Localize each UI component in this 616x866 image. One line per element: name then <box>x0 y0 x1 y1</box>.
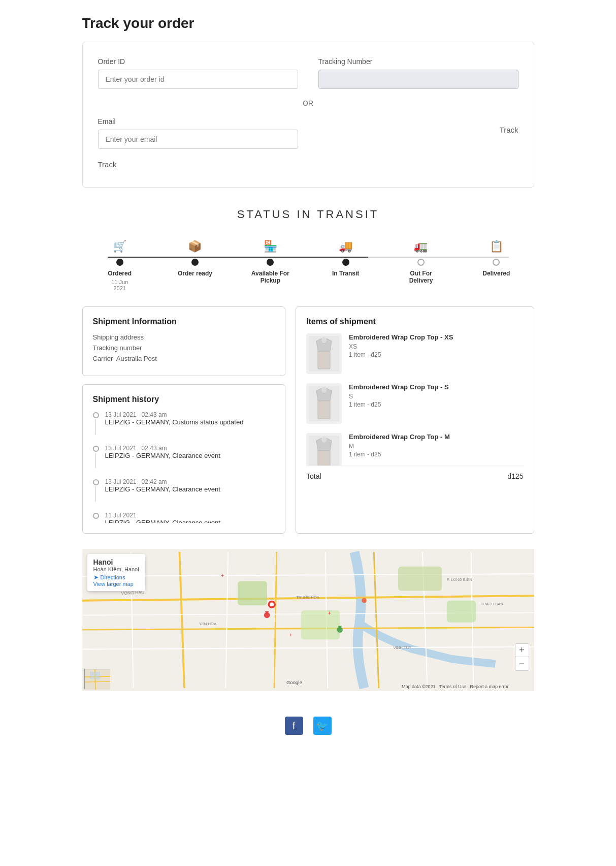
ordered-dot <box>116 259 123 266</box>
shipment-history-scroll[interactable]: 13 Jul 2021 02:43 am LEIPZIG - GERMANY, … <box>93 411 275 523</box>
tracking-number-info-label: Tracking number <box>93 344 275 352</box>
status-title: STATUS IN TRANSIT <box>82 208 534 221</box>
ordered-icon: 🛒 <box>107 236 133 257</box>
item-row: Embroidered Wrap Crop Top - M M 1 item -… <box>306 433 524 466</box>
map-zoom-out-button[interactable]: − <box>515 657 529 670</box>
map-svg: VONG HAU YEN HOA TRUNG HOA VINH TUY P. L… <box>82 549 534 691</box>
svg-text:P. LONG BIEN: P. LONG BIEN <box>446 577 472 582</box>
svg-text:+: + <box>328 610 331 616</box>
svg-rect-6 <box>318 401 330 419</box>
history-dot-col <box>93 478 99 502</box>
out-for-delivery-icon: 🚛 <box>408 236 434 257</box>
svg-point-7 <box>321 387 327 393</box>
history-dot-col <box>93 512 99 519</box>
ordered-date: 11 Jun2021 <box>111 279 128 291</box>
history-line <box>95 486 96 502</box>
map-zoom-in-button[interactable]: + <box>515 644 529 657</box>
svg-point-41 <box>362 598 367 603</box>
svg-rect-29 <box>398 567 442 591</box>
history-content: 13 Jul 2021 02:43 am LEIPZIG - GERMANY, … <box>105 411 275 426</box>
item-qty: 1 item - đ25 <box>349 451 524 458</box>
order-id-col: Order ID <box>98 57 298 89</box>
footer: f 🐦 <box>82 706 534 750</box>
svg-text:Google: Google <box>286 679 302 685</box>
carrier-value: Australia Post <box>116 355 157 362</box>
svg-rect-10 <box>318 451 330 466</box>
facebook-icon[interactable]: f <box>285 717 303 735</box>
svg-rect-2 <box>318 351 330 369</box>
track-button-left-row: Track <box>98 157 518 172</box>
ordered-label: Ordered <box>108 270 132 277</box>
svg-rect-27 <box>238 581 267 605</box>
twitter-icon[interactable]: 🐦 <box>313 717 332 735</box>
item-name: Embroidered Wrap Crop Top - M <box>349 433 524 441</box>
map-zoom-controls: + − <box>515 643 529 671</box>
history-date: 13 Jul 2021 02:43 am <box>105 411 275 418</box>
svg-text:YEN HOA: YEN HOA <box>199 622 216 626</box>
history-desc: LEIPZIG - GERMANY, Customs status update… <box>105 418 275 426</box>
order-id-input[interactable] <box>98 70 298 89</box>
history-item: 13 Jul 2021 02:43 am LEIPZIG - GERMANY, … <box>93 411 275 435</box>
timeline-bar: 🛒 Ordered 11 Jun2021 📦 Order ready 🏪 Ava… <box>82 236 534 291</box>
item-details: Embroidered Wrap Crop Top - M M 1 item -… <box>349 433 524 458</box>
item-row: Embroidered Wrap Crop Top - S S 1 item -… <box>306 383 524 424</box>
item-row: Embroidered Wrap Crop Top - XS XS 1 item… <box>306 333 524 374</box>
item-image <box>306 383 342 424</box>
history-item: 13 Jul 2021 02:42 am LEIPZIG - GERMANY, … <box>93 478 275 502</box>
email-col: Email <box>98 117 298 149</box>
map-sub: Hoàn Kiếm, Hanoi <box>93 566 139 573</box>
map-section: VONG HAU YEN HOA TRUNG HOA VINH TUY P. L… <box>82 549 534 691</box>
item-name: Embroidered Wrap Crop Top - XS <box>349 333 524 341</box>
svg-text:+: + <box>288 632 292 638</box>
history-date: 13 Jul 2021 02:43 am <box>105 445 275 452</box>
items-scroll[interactable]: Embroidered Wrap Crop Top - XS XS 1 item… <box>306 333 524 466</box>
status-section: STATUS IN TRANSIT 🛒 Ordered 11 Jun2021 📦… <box>82 208 534 534</box>
items-total-row: Total đ125 <box>306 466 524 480</box>
email-label: Email <box>98 117 298 126</box>
svg-rect-28 <box>301 610 340 639</box>
history-dot <box>93 513 99 519</box>
delivered-dot <box>493 259 500 266</box>
track-button-right[interactable]: Track <box>500 122 518 137</box>
tracking-number-input[interactable] <box>318 70 518 89</box>
timeline-step-order-ready: 📦 Order ready <box>157 236 233 277</box>
item-image <box>306 433 342 466</box>
order-ready-label: Order ready <box>178 270 212 277</box>
history-dot <box>93 412 99 418</box>
or-divider: OR <box>98 99 518 107</box>
right-col: Items of shipment <box>296 306 534 534</box>
item-qty: 1 item - đ25 <box>349 351 524 358</box>
order-ready-icon: 📦 <box>182 236 208 257</box>
item-image <box>306 333 342 374</box>
tracking-number-col: Tracking Number <box>318 57 518 89</box>
timeline-step-in-transit: 🚚 In Transit <box>308 236 383 277</box>
svg-point-11 <box>321 437 327 443</box>
facebook-label: f <box>293 720 296 732</box>
shipping-address-label: Shipping address <box>93 333 275 341</box>
history-date: 13 Jul 2021 02:42 am <box>105 478 275 485</box>
form-row-1: Order ID Tracking Number <box>98 57 518 89</box>
history-line <box>95 419 96 435</box>
directions-icon: ➤ <box>93 574 99 581</box>
history-content: 13 Jul 2021 02:42 am LEIPZIG - GERMANY, … <box>105 478 275 493</box>
history-desc: LEIPZIG - GERMANY, Clearance event <box>105 452 275 459</box>
track-button-right-col: Track <box>318 117 518 137</box>
track-button-left[interactable]: Track <box>98 157 117 172</box>
in-transit-dot <box>342 259 349 266</box>
carrier-label: Carrier <box>93 355 113 362</box>
svg-point-3 <box>321 337 327 343</box>
map-view-larger-link[interactable]: View larger map <box>93 581 139 587</box>
item-name: Embroidered Wrap Crop Top - S <box>349 383 524 391</box>
svg-line-51 <box>85 682 110 682</box>
email-input[interactable] <box>98 130 298 149</box>
svg-point-44 <box>270 603 274 607</box>
pickup-icon: 🏪 <box>257 236 283 257</box>
item-variant: XS <box>349 343 524 350</box>
shipment-info-card: Shipment Information Shipping address Tr… <box>82 306 286 376</box>
map-directions-link[interactable]: Directions <box>101 574 125 580</box>
in-transit-icon: 🚚 <box>333 236 359 257</box>
history-dot <box>93 446 99 452</box>
history-dot <box>93 479 99 485</box>
order-ready-dot <box>191 259 199 266</box>
total-value: đ125 <box>507 472 523 480</box>
